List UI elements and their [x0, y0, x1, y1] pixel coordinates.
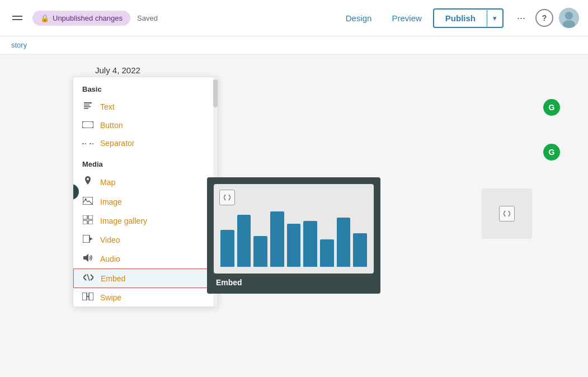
story-area: July 4, 2022 G G × Basic Text: [0, 54, 588, 376]
grammarly-icon-1: G: [543, 99, 560, 116]
svg-rect-12: [83, 215, 87, 219]
menu-item-button[interactable]: Button: [73, 116, 218, 134]
svg-rect-6: [84, 108, 88, 109]
help-icon: ?: [542, 13, 547, 22]
bar-chart: [220, 200, 367, 267]
image-icon: [82, 197, 93, 206]
map-label: Map: [100, 178, 115, 187]
publish-group: Publish ▾: [433, 8, 504, 28]
svg-rect-20: [82, 293, 87, 300]
svg-rect-3: [84, 102, 92, 103]
svg-rect-21: [89, 293, 93, 300]
menu-item-audio[interactable]: Audio: [73, 249, 218, 268]
embed-label: Embed: [101, 274, 125, 283]
lock-icon: 🔒: [40, 14, 49, 22]
grammarly-icon-2: G: [543, 144, 560, 161]
button-icon: [82, 121, 93, 130]
separator-icon: [82, 139, 93, 148]
svg-point-1: [565, 12, 573, 20]
preview-button[interactable]: Preview: [383, 10, 430, 26]
more-options-button[interactable]: ···: [512, 10, 530, 26]
right-preview-card: [482, 189, 532, 239]
swipe-label: Swipe: [100, 293, 121, 302]
unpublished-badge: 🔒 Unpublished changes: [32, 11, 130, 26]
chart-bar: [337, 218, 351, 267]
breadcrumb[interactable]: story: [0, 36, 588, 54]
menu-item-text[interactable]: Text: [73, 97, 218, 116]
svg-rect-15: [88, 220, 93, 224]
svg-marker-18: [83, 254, 88, 262]
menu-item-image[interactable]: Image: [73, 192, 218, 211]
menu-item-map[interactable]: Map: [73, 172, 218, 192]
video-icon: [82, 235, 93, 244]
help-button[interactable]: ?: [535, 9, 553, 27]
saved-status: Saved: [137, 14, 158, 22]
unpublished-label: Unpublished changes: [53, 14, 123, 22]
chart-bar: [253, 236, 267, 267]
close-icon: ×: [73, 187, 73, 196]
publish-caret-button[interactable]: ▾: [487, 10, 502, 26]
menu-item-image-gallery[interactable]: Image gallery: [73, 211, 218, 230]
main-area: July 4, 2022 G G × Basic Text: [0, 54, 588, 376]
media-section-label: Media: [73, 152, 218, 172]
embed-tooltip-card: Embed: [207, 177, 380, 294]
avatar[interactable]: [559, 8, 579, 28]
header-center: Design Preview Publish ▾: [337, 8, 504, 28]
right-preview-icon: [499, 206, 515, 222]
svg-rect-5: [84, 106, 91, 107]
publish-button[interactable]: Publish: [434, 10, 487, 27]
embed-tooltip-label: Embed: [214, 274, 374, 287]
design-button[interactable]: Design: [337, 10, 381, 26]
image-gallery-label: Image gallery: [100, 216, 147, 225]
svg-rect-4: [84, 105, 90, 106]
hamburger-line-1: [12, 16, 22, 17]
svg-rect-7: [82, 121, 93, 128]
chart-bar: [270, 211, 284, 267]
image-gallery-icon: [82, 215, 93, 226]
separator-label: Separator: [100, 139, 134, 148]
menu-panel: × Basic Text Button: [73, 77, 218, 307]
avatar-icon: [559, 8, 579, 28]
basic-section-label: Basic: [73, 77, 218, 97]
audio-icon: [82, 253, 93, 264]
video-label: Video: [100, 235, 120, 244]
button-label: Button: [100, 121, 123, 130]
story-date: July 4, 2022: [22, 65, 566, 75]
scrollbar-thumb: [213, 79, 218, 107]
hamburger-button[interactable]: [9, 12, 26, 23]
svg-rect-13: [88, 215, 93, 219]
svg-rect-16: [83, 235, 90, 243]
header: 🔒 Unpublished changes Saved Design Previ…: [0, 0, 588, 36]
menu-item-separator[interactable]: Separator: [73, 134, 218, 152]
menu-item-swipe[interactable]: Swipe: [73, 288, 218, 307]
hamburger-line-2: [12, 19, 22, 20]
audio-label: Audio: [100, 255, 120, 263]
chart-bar: [353, 233, 367, 267]
svg-rect-14: [83, 220, 87, 224]
chart-bar: [237, 215, 251, 267]
header-left: 🔒 Unpublished changes Saved: [9, 11, 337, 26]
text-icon: [82, 101, 93, 112]
chart-bar: [220, 230, 234, 267]
image-label: Image: [100, 197, 122, 206]
swipe-icon: [82, 293, 93, 302]
menu-item-video[interactable]: Video: [73, 230, 218, 249]
breadcrumb-label: story: [11, 41, 27, 49]
embed-icon: [83, 274, 94, 283]
embed-preview: [214, 184, 374, 274]
svg-line-19: [87, 274, 90, 281]
chart-bar: [287, 224, 301, 267]
svg-marker-17: [90, 237, 93, 241]
text-label: Text: [100, 102, 115, 111]
map-icon: [82, 176, 93, 188]
chart-bar: [303, 221, 317, 267]
chart-bar: [320, 239, 334, 267]
embed-preview-icon: [219, 190, 235, 205]
header-right: ··· ?: [512, 8, 579, 28]
menu-item-embed[interactable]: Embed: [73, 268, 218, 288]
